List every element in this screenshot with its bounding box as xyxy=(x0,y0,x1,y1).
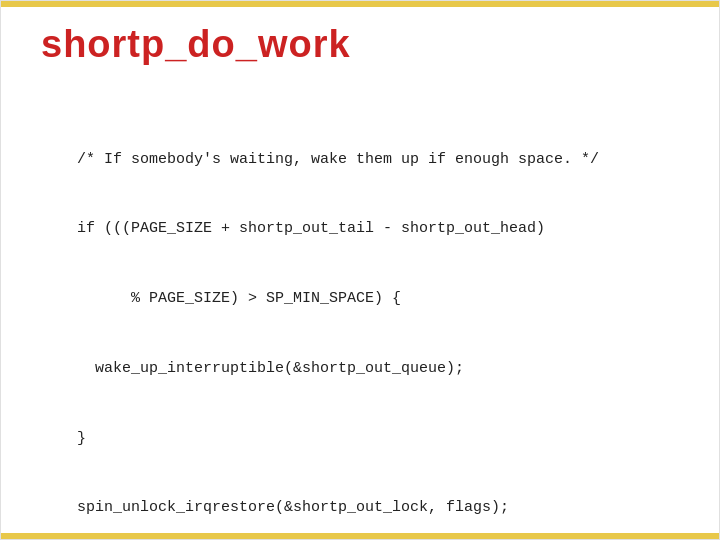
code-line-6: spin_unlock_irqrestore(&shortp_out_lock,… xyxy=(41,496,599,519)
slide-container: shortp_do_work /* If somebody's waiting,… xyxy=(0,0,720,540)
code-line-3: % PAGE_SIZE) > SP_MIN_SPACE) { xyxy=(41,287,599,310)
code-line-2: if (((PAGE_SIZE + shortp_out_tail - shor… xyxy=(41,217,599,240)
code-block: /* If somebody's waiting, wake them up i… xyxy=(41,101,599,540)
slide-title: shortp_do_work xyxy=(41,23,351,66)
code-line-1: /* If somebody's waiting, wake them up i… xyxy=(41,148,599,171)
top-border-decoration xyxy=(1,1,719,7)
code-line-5: } xyxy=(41,427,599,450)
code-line-4: wake_up_interruptible(&shortp_out_queue)… xyxy=(41,357,599,380)
bottom-border-decoration xyxy=(1,533,719,539)
